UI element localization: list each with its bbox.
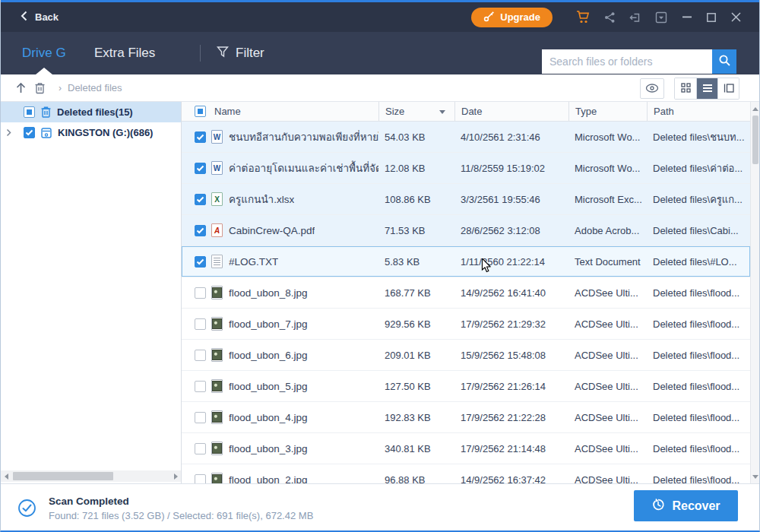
- view-list-button[interactable]: [696, 78, 717, 99]
- file-size: 5.83 KB: [378, 256, 454, 268]
- row-checkbox[interactable]: [195, 350, 206, 361]
- cart-icon[interactable]: [571, 8, 597, 27]
- file-name: flood_ubon_6.jpg: [229, 350, 308, 361]
- column-header-path[interactable]: Path: [647, 102, 759, 121]
- file-size: 192.83 KB: [378, 412, 454, 423]
- table-row[interactable]: ชนบทอีสานกับความพอเพียงที่หายไป... 54.03…: [182, 122, 750, 153]
- scroll-right-arrow[interactable]: [170, 470, 181, 482]
- file-path: Deleted files\#LO...: [647, 256, 750, 268]
- drive-icon: [40, 127, 52, 139]
- file-path: Deleted files\flood...: [647, 474, 750, 484]
- scrollbar-thumb[interactable]: [752, 116, 758, 164]
- table-row[interactable]: flood_ubon_5.jpg 127.50 KB 17/9/2562 21:…: [182, 371, 750, 402]
- table-row[interactable]: flood_ubon_4.jpg 192.83 KB 17/9/2562 21:…: [182, 402, 750, 433]
- file-type-icon: [211, 317, 223, 331]
- scroll-down-arrow[interactable]: [751, 471, 759, 482]
- magnifier-icon: [718, 54, 731, 69]
- scrollbar-thumb[interactable]: [13, 472, 113, 480]
- title-bar: Back Upgrade: [1, 2, 759, 32]
- table-row[interactable]: ครูแกนนำ.xlsx 108.86 KB 3/3/2561 19:55:4…: [182, 184, 750, 215]
- row-checkbox[interactable]: [195, 412, 206, 423]
- file-path: Deleted files\flood...: [647, 412, 750, 423]
- sidebar-item-kingston-drive[interactable]: KINGSTON (G:)(686): [1, 122, 181, 143]
- tab-divider: [200, 45, 201, 62]
- row-checkbox[interactable]: [195, 381, 206, 392]
- file-table: Name Size Date Type Path ชนบทอีสานกับควา…: [182, 102, 759, 483]
- file-type-icon: [211, 410, 223, 424]
- file-name: #LOG.TXT: [229, 256, 278, 268]
- view-switcher: [674, 78, 739, 100]
- table-row[interactable]: flood_ubon_8.jpg 168.77 KB 14/9/2562 16:…: [182, 277, 750, 309]
- file-size: 108.86 KB: [378, 194, 454, 205]
- select-all-checkbox[interactable]: [195, 106, 206, 117]
- preview-toggle-button[interactable]: [640, 78, 664, 99]
- file-type-icon: [211, 161, 223, 175]
- file-date: 3/3/2561 19:55:46: [454, 194, 568, 205]
- file-size: 127.50 KB: [378, 381, 454, 392]
- scroll-up-arrow[interactable]: [751, 103, 759, 114]
- navigate-up-icon[interactable]: [14, 81, 27, 94]
- maximize-button[interactable]: [700, 8, 723, 27]
- filter-button[interactable]: Filter: [217, 32, 264, 74]
- scroll-left-arrow[interactable]: [1, 470, 11, 482]
- sidebar-item-deleted-files[interactable]: Deleted files(15): [1, 102, 181, 122]
- sort-dropdown-icon[interactable]: [439, 110, 445, 114]
- row-checkbox[interactable]: [195, 443, 206, 454]
- deleted-files-checkbox[interactable]: [24, 106, 35, 118]
- row-checkbox[interactable]: [195, 256, 206, 268]
- column-header-type[interactable]: Type: [568, 102, 647, 121]
- file-type: Microsoft Wo...: [568, 163, 647, 174]
- row-checkbox[interactable]: [195, 194, 206, 205]
- table-row[interactable]: CabinCrew-QA.pdf 71.53 KB 28/6/2562 3:12…: [182, 215, 750, 246]
- close-button[interactable]: [724, 8, 747, 27]
- table-row[interactable]: flood_ubon_7.jpg 929.56 KB 17/9/2562 21:…: [182, 309, 750, 340]
- column-header-name[interactable]: Name: [214, 106, 241, 117]
- table-row[interactable]: #LOG.TXT 5.83 KB 1/11/2560 21:22:14 Text…: [182, 246, 750, 277]
- minimize-button[interactable]: [676, 8, 698, 27]
- file-path: Deleted files\ชนบท...: [647, 129, 750, 145]
- view-grid-button[interactable]: [675, 78, 696, 99]
- menu-dropdown-icon[interactable]: [648, 8, 674, 27]
- expand-chevron-icon[interactable]: [1, 128, 16, 137]
- table-row[interactable]: flood_ubon_2.jpg 96.88 KB 14/9/2562 16:3…: [182, 464, 750, 483]
- row-checkbox[interactable]: [195, 131, 206, 143]
- recover-button[interactable]: Recover: [634, 490, 738, 521]
- row-checkbox[interactable]: [195, 474, 206, 484]
- file-date: 4/10/2561 2:31:46: [454, 131, 568, 143]
- folder-tree-sidebar: Deleted files(15) KINGSTON (G:)(686): [1, 102, 182, 483]
- file-name: flood_ubon_3.jpg: [229, 443, 308, 454]
- row-checkbox[interactable]: [195, 163, 206, 174]
- column-header-date[interactable]: Date: [454, 102, 568, 121]
- export-window-icon[interactable]: [622, 8, 648, 27]
- search-input[interactable]: [542, 49, 712, 74]
- trash-root-icon[interactable]: [33, 81, 46, 95]
- file-size: 54.03 KB: [378, 131, 454, 143]
- file-name: flood_ubon_2.jpg: [229, 474, 308, 484]
- upgrade-button[interactable]: Upgrade: [471, 8, 553, 27]
- table-row[interactable]: flood_ubon_6.jpg 209.01 KB 15/9/2562 15:…: [182, 340, 750, 371]
- file-size: 12.08 KB: [378, 163, 454, 174]
- row-checkbox[interactable]: [195, 225, 206, 236]
- row-checkbox[interactable]: [195, 287, 206, 299]
- sidebar-horizontal-scrollbar[interactable]: [1, 470, 181, 482]
- file-name: flood_ubon_7.jpg: [229, 318, 308, 330]
- share-icon[interactable]: [597, 8, 622, 27]
- back-button[interactable]: Back: [21, 11, 59, 24]
- file-name: ค่าต่ออายุโดเมนและค่าเช่าพื้นที่จัดทำ...: [229, 160, 378, 176]
- file-name: flood_ubon_4.jpg: [229, 412, 308, 423]
- view-panel-button[interactable]: [717, 78, 739, 99]
- file-name: ชนบทอีสานกับความพอเพียงที่หายไป...: [229, 128, 378, 145]
- file-name: flood_ubon_5.jpg: [229, 381, 308, 392]
- file-date: 15/9/2562 15:48:08: [454, 350, 568, 361]
- table-row[interactable]: flood_ubon_3.jpg 340.81 KB 17/9/2562 21:…: [182, 433, 750, 464]
- table-row[interactable]: ค่าต่ออายุโดเมนและค่าเช่าพื้นที่จัดทำ...…: [182, 153, 750, 184]
- file-date: 1/11/2560 21:22:14: [454, 256, 568, 268]
- search-button[interactable]: [712, 49, 736, 74]
- file-date: 28/6/2562 3:12:08: [454, 225, 568, 236]
- row-checkbox[interactable]: [195, 318, 206, 330]
- file-size: 71.53 KB: [378, 225, 454, 236]
- tab-extra-files[interactable]: Extra Files: [94, 32, 155, 74]
- kingston-checkbox[interactable]: [24, 127, 35, 138]
- table-vertical-scrollbar[interactable]: [750, 102, 759, 483]
- column-header-size[interactable]: Size: [378, 102, 454, 121]
